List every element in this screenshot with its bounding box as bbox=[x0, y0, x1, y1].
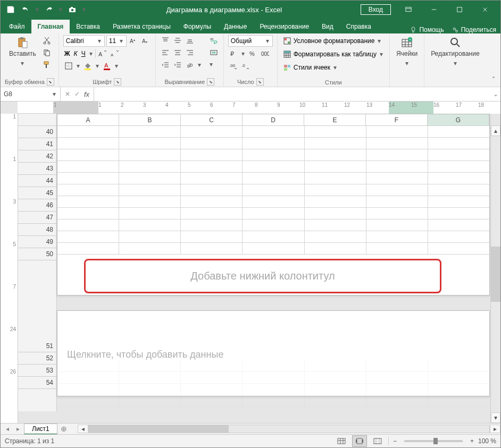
cell-F40[interactable] bbox=[366, 126, 428, 138]
row-47[interactable]: 47 bbox=[18, 212, 56, 224]
col-C[interactable]: C bbox=[181, 114, 243, 126]
cell-B40[interactable] bbox=[119, 126, 181, 138]
cell-E47[interactable] bbox=[305, 208, 366, 219]
cell-D50[interactable] bbox=[243, 243, 304, 255]
close-button[interactable] bbox=[473, 1, 497, 19]
tab-insert[interactable]: Вставка bbox=[70, 20, 106, 33]
login-button[interactable]: Вход bbox=[361, 4, 391, 15]
footer-placeholder[interactable]: Добавьте нижний колонтитул bbox=[84, 259, 441, 293]
tab-data[interactable]: Данные bbox=[218, 20, 253, 33]
format-as-table-button[interactable]: Форматировать как таблицу▾ bbox=[282, 48, 385, 60]
redo-dropdown[interactable]: ▾ bbox=[58, 5, 63, 14]
font-color-icon[interactable]: A bbox=[102, 61, 112, 71]
tab-review[interactable]: Рецензирование bbox=[253, 20, 315, 33]
col-F[interactable]: F bbox=[366, 114, 428, 126]
cell-D46[interactable] bbox=[243, 196, 304, 208]
row-44[interactable]: 44 bbox=[18, 175, 56, 187]
cell-E49[interactable] bbox=[305, 231, 366, 243]
cell-F46[interactable] bbox=[366, 196, 428, 208]
minimize-button[interactable] bbox=[422, 1, 446, 19]
align-right-icon[interactable] bbox=[185, 47, 195, 58]
cell-B42[interactable] bbox=[119, 149, 181, 161]
italic-button[interactable]: К bbox=[73, 49, 79, 58]
align-center-icon[interactable] bbox=[172, 47, 183, 58]
font-size-selector[interactable]: 11▾ bbox=[106, 35, 127, 47]
row-header[interactable]: 4041424344454647484950 bbox=[18, 114, 57, 310]
increase-font-icon[interactable]: A▴ bbox=[128, 36, 139, 46]
maximize-button[interactable] bbox=[447, 1, 472, 19]
cell-A41[interactable] bbox=[57, 138, 119, 149]
cell-B46[interactable] bbox=[119, 196, 181, 208]
enter-formula-icon[interactable]: ✓ bbox=[74, 90, 80, 98]
cell-C47[interactable] bbox=[181, 208, 243, 219]
cell-C41[interactable] bbox=[181, 138, 243, 149]
row-50[interactable]: 50 bbox=[18, 248, 56, 260]
camera-icon[interactable] bbox=[66, 4, 78, 15]
ruler-horizontal[interactable]: 1123456789101112131415161718 bbox=[18, 102, 500, 114]
cell-E46[interactable] bbox=[305, 196, 366, 208]
borders-icon[interactable] bbox=[63, 61, 74, 71]
cell-E41[interactable] bbox=[305, 138, 366, 149]
cells-button[interactable]: + Ячейки▾ bbox=[394, 35, 420, 69]
cell-F42[interactable] bbox=[366, 149, 428, 161]
tab-page-layout[interactable]: Разметка страницы bbox=[106, 20, 177, 33]
cell-G44[interactable] bbox=[428, 173, 489, 184]
cell-A49[interactable] bbox=[57, 231, 119, 243]
tell-me[interactable]: Помощь bbox=[410, 26, 444, 33]
percent-icon[interactable]: % bbox=[247, 48, 258, 59]
save-icon[interactable] bbox=[5, 4, 16, 15]
view-normal-icon[interactable] bbox=[334, 435, 349, 447]
col-G[interactable]: G bbox=[428, 114, 489, 126]
conditional-formatting-button[interactable]: Условное форматирование▾ bbox=[282, 35, 383, 47]
cell-B43[interactable] bbox=[119, 161, 181, 173]
bold-button[interactable]: Ж bbox=[63, 49, 71, 58]
align-top-icon[interactable] bbox=[160, 35, 171, 46]
increase-indent-icon[interactable] bbox=[172, 60, 183, 70]
cell-B45[interactable] bbox=[119, 184, 181, 196]
tab-nav-next[interactable]: ▸ bbox=[13, 424, 23, 434]
cell-G42[interactable] bbox=[428, 149, 489, 161]
cell-E48[interactable] bbox=[305, 219, 366, 231]
tab-nav-prev[interactable]: ◂ bbox=[3, 424, 12, 434]
row-42[interactable]: 42 bbox=[18, 150, 56, 163]
collapse-ribbon-icon[interactable]: ˄ bbox=[489, 75, 498, 84]
column-header[interactable]: ABCDEFG bbox=[57, 114, 489, 126]
cell-G45[interactable] bbox=[428, 184, 489, 196]
align-middle-icon[interactable] bbox=[172, 35, 183, 46]
cell-D49[interactable] bbox=[243, 231, 304, 243]
cell-D45[interactable] bbox=[243, 184, 304, 196]
view-page-break-icon[interactable] bbox=[370, 435, 385, 447]
cell-G41[interactable] bbox=[428, 138, 489, 149]
formula-input[interactable] bbox=[94, 87, 491, 101]
undo-icon[interactable] bbox=[20, 4, 31, 15]
cell-A40[interactable] bbox=[57, 126, 119, 138]
qat-customize[interactable]: ▾ bbox=[81, 5, 87, 14]
cell-G50[interactable] bbox=[428, 243, 489, 255]
click-to-add-data[interactable]: Щелкните, чтобы добавить данные bbox=[57, 341, 489, 360]
cell-styles-button[interactable]: Стили ячеек▾ bbox=[282, 62, 339, 73]
zoom-in-button[interactable]: + bbox=[469, 436, 475, 446]
cell-C42[interactable] bbox=[181, 149, 243, 161]
cell-F50[interactable] bbox=[366, 243, 428, 255]
cell-G49[interactable] bbox=[428, 231, 489, 243]
font-launcher[interactable]: ⬊ bbox=[114, 78, 121, 86]
col-E[interactable]: E bbox=[304, 114, 366, 126]
cell-D41[interactable] bbox=[243, 138, 304, 149]
row-header-2[interactable]: 51525354 bbox=[18, 310, 57, 411]
vertical-scrollbar[interactable]: ▴ ▾ bbox=[490, 125, 500, 423]
redo-icon[interactable] bbox=[43, 4, 55, 15]
scroll-up-button[interactable]: ▴ bbox=[491, 125, 500, 136]
cell-G40[interactable] bbox=[428, 126, 489, 138]
copy-icon[interactable] bbox=[41, 47, 52, 58]
font-grow-small-icon[interactable]: A bbox=[97, 48, 108, 59]
cell-E50[interactable] bbox=[305, 243, 366, 255]
cell-A43[interactable] bbox=[57, 161, 119, 173]
underline-button[interactable]: Ч bbox=[80, 49, 87, 58]
cell-C43[interactable] bbox=[181, 161, 243, 173]
horizontal-scrollbar[interactable]: ◂ ▸ bbox=[78, 425, 500, 433]
expand-formula-bar[interactable]: ⌄ bbox=[491, 90, 500, 98]
cell-F44[interactable] bbox=[366, 173, 428, 184]
cell-D43[interactable] bbox=[243, 161, 304, 173]
row-45[interactable]: 45 bbox=[18, 187, 56, 199]
cell-C44[interactable] bbox=[181, 173, 243, 184]
